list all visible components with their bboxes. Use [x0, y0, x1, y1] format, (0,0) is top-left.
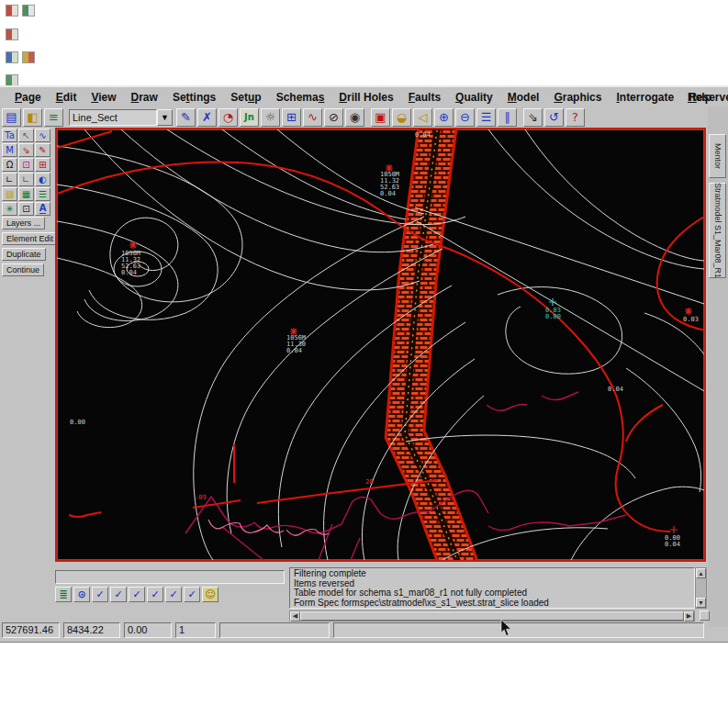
- stratmodel-tab[interactable]: Stratmodel S1_Mar08_R1: [709, 183, 726, 278]
- scroll-down-icon[interactable]: ▼: [696, 598, 706, 608]
- message-horizontal-scrollbar[interactable]: ◀ ▶: [289, 610, 695, 622]
- confirm-toggle-4[interactable]: ✓: [147, 587, 163, 602]
- menu-draw[interactable]: Draw: [124, 89, 165, 106]
- corner-dashed-tool-icon: ∟: [22, 175, 29, 185]
- menu-faults[interactable]: Faults: [401, 89, 448, 106]
- announce-button[interactable]: ◁: [413, 108, 432, 127]
- duplicate-button[interactable]: Duplicate: [2, 248, 46, 261]
- new-page-button[interactable]: ▤: [2, 108, 21, 127]
- menu-schemas[interactable]: Schemas: [269, 89, 332, 106]
- stamp-tool[interactable]: Ω: [2, 158, 17, 172]
- split-vertical-button[interactable]: ∥: [498, 108, 517, 127]
- table-tool[interactable]: ▦: [18, 187, 34, 201]
- corner-line-tool[interactable]: ∟: [2, 173, 17, 186]
- no-select-icon: ⊘: [329, 111, 339, 123]
- grid-view-icon: ⊞: [286, 111, 297, 123]
- menu-view[interactable]: View: [84, 89, 123, 106]
- image-plus-tool-icon: ⊡: [22, 205, 29, 214]
- image-plus-tool[interactable]: ⊡: [18, 202, 34, 216]
- scroll-up-icon[interactable]: ▲: [696, 568, 706, 578]
- zoom-out-button[interactable]: ⊖: [455, 108, 475, 127]
- menu-edit[interactable]: Edit: [49, 89, 84, 106]
- layers-button[interactable]: Layers ...: [2, 217, 45, 230]
- confirm-toggle-3[interactable]: ✓: [129, 587, 145, 602]
- command-input[interactable]: [55, 570, 285, 584]
- confirm-toggle-1[interactable]: ✓: [92, 587, 108, 602]
- section-combo-value[interactable]: Line_Sect: [69, 109, 157, 126]
- message-line: Filtering complete: [294, 569, 690, 579]
- preview-page-button[interactable]: ⊙: [73, 587, 90, 602]
- paste-special-tool[interactable]: ⊞: [35, 158, 50, 172]
- menu-help[interactable]: Help: [680, 89, 719, 106]
- minimized-window-icon-4[interactable]: [6, 51, 18, 63]
- menu-quality[interactable]: Quality: [448, 89, 500, 106]
- no-select-button[interactable]: ⊘: [324, 108, 343, 127]
- menu-drill-holes[interactable]: Drill Holes: [331, 89, 400, 106]
- continue-button[interactable]: Continue: [2, 263, 44, 276]
- minimized-window-icon-5[interactable]: [22, 51, 35, 63]
- status-field-5: [219, 622, 330, 638]
- menu-model[interactable]: Model: [500, 89, 547, 106]
- new-page-icon: ▤: [6, 111, 17, 123]
- copy-tool[interactable]: ⊡: [18, 158, 34, 172]
- zoom-in-button[interactable]: ⊕: [434, 108, 454, 127]
- hatch-tool[interactable]: ▨: [2, 187, 17, 201]
- image-button[interactable]: ▣: [371, 108, 390, 127]
- query-bulb-button[interactable]: ☼: [261, 108, 280, 127]
- snowflake-tool[interactable]: ✳: [2, 202, 17, 216]
- menu-graphics[interactable]: Graphics: [546, 89, 609, 106]
- plot-disks-button[interactable]: ≣: [55, 587, 72, 602]
- menu-setup[interactable]: Setup: [223, 89, 268, 106]
- polyline-tool[interactable]: ∿: [35, 129, 50, 142]
- section-combo[interactable]: Line_Sect▼: [69, 109, 173, 126]
- menu-settings[interactable]: Settings: [165, 89, 223, 106]
- delete-cut-button[interactable]: ✗: [197, 108, 217, 127]
- mouse-cursor: [500, 620, 512, 637]
- scrollbar-thumb[interactable]: [300, 611, 684, 621]
- corner-dashed-tool[interactable]: ∟: [18, 173, 34, 186]
- confirm-toggle-5[interactable]: ✓: [165, 587, 182, 602]
- split-horizontal-button[interactable]: ☰: [476, 108, 496, 127]
- zoom-out-icon: ⊖: [460, 111, 470, 123]
- grid-view-button[interactable]: ⊞: [282, 108, 301, 127]
- fill-bucket-button[interactable]: ◒: [392, 108, 411, 127]
- resize-grip[interactable]: [700, 610, 710, 621]
- annotate-tool[interactable]: A: [35, 202, 50, 216]
- select-tool[interactable]: ↖: [18, 129, 34, 142]
- open-button[interactable]: ◧: [23, 108, 42, 127]
- map-canvas[interactable]: 0.041050M11.3252.630.041050M11.3252.630.…: [55, 128, 706, 562]
- polygon-fill-tool[interactable]: M: [2, 143, 17, 157]
- message-vertical-scrollbar[interactable]: ▲ ▼: [695, 567, 707, 609]
- edit-line-tool[interactable]: ✎: [35, 143, 50, 157]
- application-window: PageEditViewDrawSettingsSetupSchemasDril…: [0, 85, 728, 643]
- save-button[interactable]: ≡: [44, 108, 63, 127]
- edit-pencil-button[interactable]: ✎: [176, 108, 196, 127]
- smiley-window-button[interactable]: ☺: [202, 587, 218, 602]
- mentor-tab[interactable]: Mentor: [709, 134, 726, 178]
- confirm-toggle-2[interactable]: ✓: [110, 587, 127, 602]
- status-field-6: [333, 622, 704, 638]
- confirm-toggle-6[interactable]: ✓: [184, 587, 200, 602]
- menu-page[interactable]: Page: [7, 89, 49, 106]
- combo-dropdown-icon[interactable]: ▼: [157, 109, 173, 126]
- minimized-window-icon-1[interactable]: [6, 5, 18, 17]
- snowflake-tool-icon: ✳: [6, 205, 13, 214]
- scroll-left-icon[interactable]: ◀: [290, 611, 300, 622]
- globe-tool[interactable]: ◐: [35, 173, 50, 186]
- move-into-tool[interactable]: ⇘: [18, 143, 34, 157]
- scroll-right-icon[interactable]: ▶: [684, 611, 694, 622]
- pointer-button[interactable]: ⇘: [523, 108, 543, 127]
- join-button[interactable]: Jn: [240, 108, 259, 127]
- menu-interrogate[interactable]: Interrogate: [609, 89, 681, 106]
- minimized-window-icon-2[interactable]: [22, 5, 35, 17]
- visibility-eye-button[interactable]: ◉: [345, 108, 364, 127]
- text-tool[interactable]: Ta: [2, 129, 17, 142]
- query-bulb-icon: ☼: [265, 111, 276, 123]
- brush-button[interactable]: ∿: [303, 108, 322, 127]
- undo-button[interactable]: ↺: [544, 108, 564, 127]
- history-clock-button[interactable]: ◔: [218, 108, 238, 127]
- context-help-button[interactable]: ?: [566, 108, 585, 127]
- minimized-window-icon-3[interactable]: [6, 28, 18, 40]
- message-area[interactable]: Filtering completeItems reversedTable mo…: [289, 567, 695, 609]
- layers-bars-tool[interactable]: ☰: [35, 187, 50, 201]
